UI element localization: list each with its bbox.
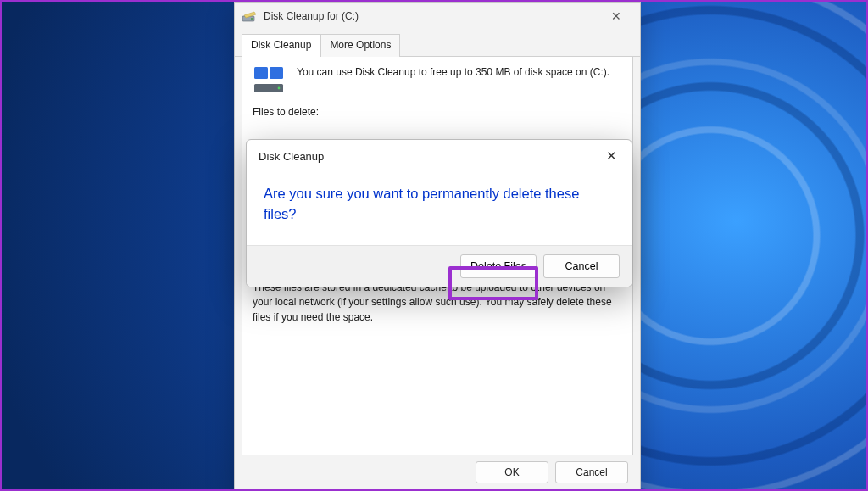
confirm-dialog: Disk Cleanup ✕ Are you sure you want to … [246, 139, 632, 287]
main-window-buttons: OK Cancel [476, 461, 628, 483]
close-icon[interactable]: ✕ [599, 9, 633, 23]
dialog-header[interactable]: Disk Cleanup ✕ [247, 140, 632, 165]
ok-button[interactable]: OK [476, 461, 548, 483]
svg-point-5 [278, 87, 281, 90]
intro-text: You can use Disk Cleanup to free up to 3… [297, 65, 609, 96]
close-icon[interactable]: ✕ [599, 148, 623, 164]
disk-cleanup-icon [242, 9, 259, 23]
dialog-body: Are you sure you want to permanently del… [247, 165, 632, 245]
dialog-footer: Delete Files Cancel [247, 245, 632, 287]
dialog-cancel-button[interactable]: Cancel [543, 254, 620, 278]
tab-more-options[interactable]: More Options [320, 34, 400, 57]
svg-point-1 [251, 18, 253, 20]
intro-row: You can use Disk Cleanup to free up to 3… [253, 65, 622, 96]
window-title: Disk Cleanup for (C:) [264, 10, 599, 22]
svg-rect-3 [270, 67, 283, 79]
titlebar[interactable]: Disk Cleanup for (C:) ✕ [235, 3, 640, 30]
svg-rect-2 [254, 67, 268, 79]
dialog-title: Disk Cleanup [259, 150, 599, 163]
delete-files-button[interactable]: Delete Files [460, 254, 537, 278]
drive-icon [253, 65, 287, 96]
files-to-delete-label: Files to delete: [253, 106, 622, 118]
cancel-button[interactable]: Cancel [555, 461, 628, 483]
dialog-question: Are you sure you want to permanently del… [264, 184, 615, 225]
tab-disk-cleanup[interactable]: Disk Cleanup [242, 34, 320, 57]
tabstrip: Disk Cleanup More Options [235, 30, 640, 57]
